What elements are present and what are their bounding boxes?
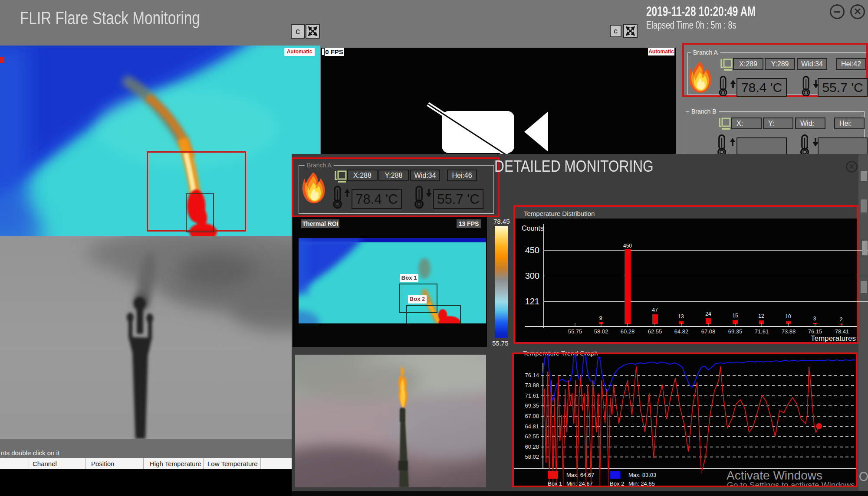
svg-text:47: 47: [652, 307, 658, 313]
svg-text:450: 450: [623, 243, 632, 249]
svg-text:60.28: 60.28: [621, 328, 635, 335]
svg-text:58.02: 58.02: [594, 328, 608, 335]
svg-text:13: 13: [678, 313, 684, 320]
svg-text:78.41: 78.41: [835, 328, 849, 335]
svg-text:64.82: 64.82: [674, 328, 689, 335]
svg-text:12: 12: [758, 313, 764, 319]
svg-text:15: 15: [732, 313, 738, 319]
svg-text:76.15: 76.15: [808, 328, 822, 335]
svg-text:73.88: 73.88: [782, 328, 796, 335]
svg-text:55.75: 55.75: [568, 328, 582, 335]
svg-text:62.55: 62.55: [648, 328, 662, 335]
svg-text:10: 10: [785, 313, 791, 320]
svg-text:3: 3: [813, 316, 816, 322]
svg-text:2: 2: [840, 317, 843, 323]
svg-text:71.61: 71.61: [755, 328, 769, 335]
svg-text:69.35: 69.35: [728, 328, 743, 335]
svg-text:9: 9: [599, 315, 602, 321]
svg-text:24: 24: [705, 311, 711, 317]
svg-text:67.08: 67.08: [701, 328, 716, 335]
